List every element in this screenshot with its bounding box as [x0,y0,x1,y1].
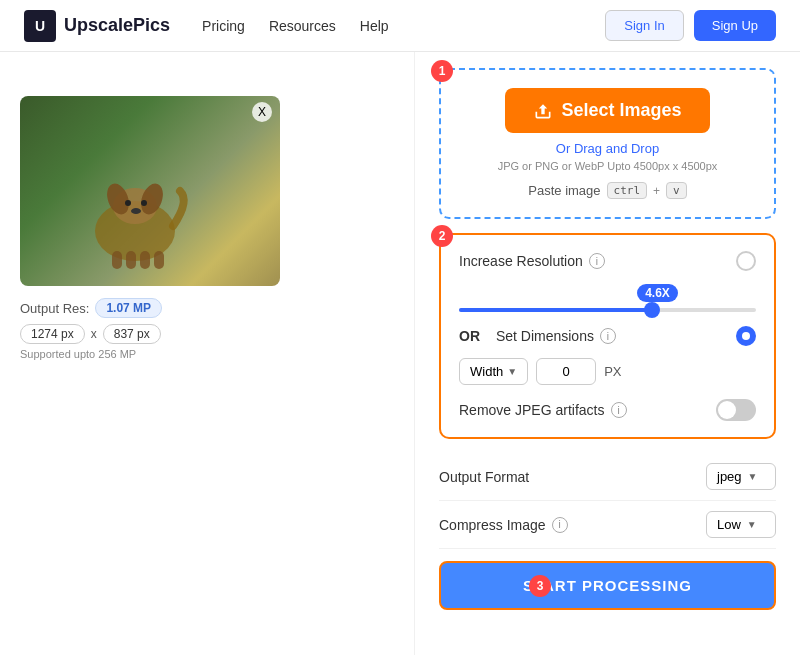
main-nav: Pricing Resources Help [202,18,605,34]
width-value: 1274 px [20,324,85,344]
svg-rect-8 [126,251,136,269]
header-actions: Sign In Sign Up [605,10,776,41]
jpeg-artifacts-info-icon[interactable]: i [611,402,627,418]
right-panel: 1 Select Images Or Drag and Drop JPG or … [415,52,800,655]
output-format-chevron: ▼ [748,471,758,482]
start-processing-button[interactable]: START PROCESSING [439,561,776,610]
output-format-value: jpeg [717,469,742,484]
image-info: Output Res: 1.07 MP 1274 px x 837 px Sup… [20,298,394,360]
increase-res-label: Increase Resolution i [459,253,605,269]
step-2-badge: 2 [431,225,453,247]
upload-area[interactable]: 1 Select Images Or Drag and Drop JPG or … [439,68,776,219]
output-res-value: 1.07 MP [95,298,162,318]
logo-icon: U [24,10,56,42]
header: U UpscalePics Pricing Resources Help Sig… [0,0,800,52]
set-dimensions-radio[interactable] [736,326,756,346]
toggle-knob [718,401,736,419]
dimension-type-chevron: ▼ [507,366,517,377]
slider-container: 4.6X [459,283,756,312]
compress-chevron: ▼ [747,519,757,530]
supported-text: Supported upto 256 MP [20,348,394,360]
output-res-row: Output Res: 1.07 MP [20,298,394,318]
dog-image [60,151,210,271]
compress-image-row: Compress Image i Low ▼ [439,501,776,549]
compress-value: Low [717,517,741,532]
paste-plus: + [653,184,660,198]
start-btn-container: 3 START PROCESSING [439,549,776,622]
close-preview-button[interactable]: X [252,102,272,122]
svg-point-4 [125,200,131,206]
svg-rect-10 [154,251,164,269]
svg-rect-9 [140,251,150,269]
dimension-type-dropdown[interactable]: Width ▼ [459,358,528,385]
dimension-type-label: Width [470,364,503,379]
image-preview: X [20,96,280,286]
slider-fill [459,308,652,312]
jpeg-artifacts-toggle[interactable] [716,399,756,421]
dimension-unit-label: PX [604,364,621,379]
main-content: X Output Res: 1.07 MP 1274 px x 837 px S… [0,52,800,655]
dimensions-row: 1274 px x 837 px [20,324,394,344]
dimension-value-input[interactable] [536,358,596,385]
settings-area: 2 Increase Resolution i 4.6X OR [439,233,776,439]
ctrl-key: ctrl [607,182,648,199]
compress-info-icon[interactable]: i [552,517,568,533]
v-key: v [666,182,687,199]
drag-drop-label: Or Drag and Drop [556,141,659,156]
step-3-badge: 3 [529,575,551,597]
output-format-dropdown[interactable]: jpeg ▼ [706,463,776,490]
set-dimensions-label: OR Set Dimensions i [459,328,616,344]
nav-pricing[interactable]: Pricing [202,18,245,34]
compress-dropdown[interactable]: Low ▼ [706,511,776,538]
sign-in-button[interactable]: Sign In [605,10,683,41]
slider-thumb[interactable] [644,302,660,318]
select-images-button[interactable]: Select Images [505,88,709,133]
set-dimensions-row: OR Set Dimensions i [459,326,756,346]
jpeg-artifacts-label: Remove JPEG artifacts i [459,402,627,418]
file-types-text: JPG or PNG or WebP Upto 4500px x 4500px [461,160,754,172]
output-res-label: Output Res: [20,301,89,316]
set-dimensions-info-icon[interactable]: i [600,328,616,344]
slider-value-label: 4.6X [637,284,678,302]
paste-row: Paste image ctrl + v [461,182,754,199]
logo: U UpscalePics [24,10,170,42]
dimension-inputs: Width ▼ PX [459,358,756,385]
output-format-label: Output Format [439,469,529,485]
nav-resources[interactable]: Resources [269,18,336,34]
increase-resolution-row: Increase Resolution i [459,251,756,271]
jpeg-artifacts-row: Remove JPEG artifacts i [459,399,756,421]
increase-res-info-icon[interactable]: i [589,253,605,269]
left-panel: X Output Res: 1.07 MP 1274 px x 837 px S… [0,52,415,655]
sign-up-button[interactable]: Sign Up [694,10,776,41]
increase-res-radio[interactable] [736,251,756,271]
drag-drop-text: Or Drag and Drop [461,141,754,156]
svg-point-6 [131,208,141,214]
paste-label: Paste image [528,183,600,198]
svg-rect-7 [112,251,122,269]
resolution-slider[interactable] [459,308,756,312]
compress-image-label: Compress Image i [439,517,568,533]
output-format-row: Output Format jpeg ▼ [439,453,776,501]
upload-icon [533,101,553,121]
height-value: 837 px [103,324,161,344]
svg-point-5 [141,200,147,206]
nav-help[interactable]: Help [360,18,389,34]
logo-name: UpscalePics [64,15,170,36]
step-1-badge: 1 [431,60,453,82]
select-images-label: Select Images [561,100,681,121]
dim-x-separator: x [91,327,97,341]
